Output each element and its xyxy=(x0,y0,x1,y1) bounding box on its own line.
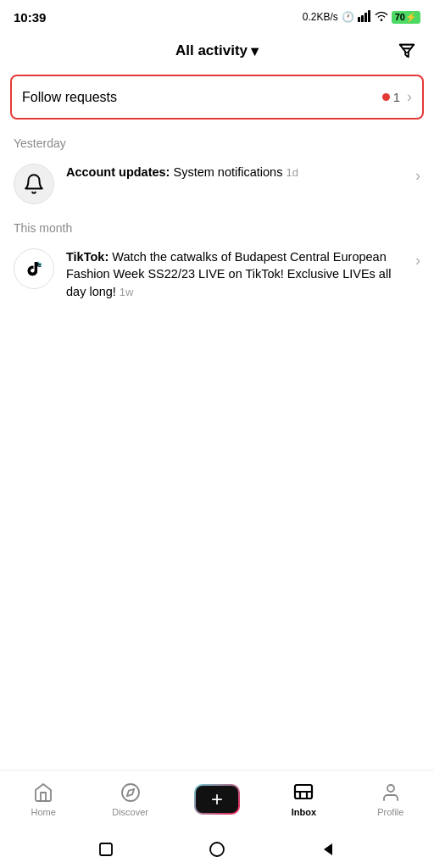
nav-item-discover[interactable]: Discover xyxy=(86,776,173,822)
svg-point-5 xyxy=(122,784,139,801)
filter-button[interactable] xyxy=(393,37,420,64)
notification-account-updates[interactable]: Account updates: System notifications1d … xyxy=(0,153,434,214)
home-icon xyxy=(32,782,54,804)
chevron-right-icon: › xyxy=(415,167,420,185)
chevron-right-icon: › xyxy=(407,88,412,106)
svg-marker-6 xyxy=(126,788,133,795)
notification-tiktok[interactable]: TikTok: Watch the catwalks of Budapest C… xyxy=(0,238,434,310)
chevron-right-icon: › xyxy=(415,252,420,270)
tiktok-bold: TikTok: xyxy=(66,250,108,264)
bottom-nav: Home Discover + Inbox xyxy=(0,770,434,831)
nav-item-home[interactable]: Home xyxy=(0,776,86,822)
svg-marker-4 xyxy=(400,45,415,58)
follow-requests-right: 1 › xyxy=(382,88,412,106)
svg-marker-14 xyxy=(324,843,332,855)
svg-rect-12 xyxy=(100,843,112,855)
notification-badge: 1 xyxy=(382,90,400,104)
svg-point-11 xyxy=(387,785,394,792)
status-time: 10:39 xyxy=(14,10,46,25)
nav-item-create[interactable]: + xyxy=(174,779,260,820)
section-this-month: This month xyxy=(0,214,434,238)
nav-label-profile: Profile xyxy=(377,807,403,817)
create-plus-button[interactable]: + xyxy=(194,784,240,815)
clock-icon: 🕐 xyxy=(342,11,354,23)
status-icons: 0.2KB/s 🕐 xyxy=(303,10,420,25)
battery-indicator: 70 ⚡ xyxy=(392,11,420,24)
plus-icon: + xyxy=(211,789,223,810)
recent-apps-button[interactable] xyxy=(94,837,118,861)
nav-label-inbox: Inbox xyxy=(292,807,316,817)
account-updates-time: 1d xyxy=(286,166,298,179)
nav-item-inbox[interactable]: Inbox xyxy=(260,776,347,822)
account-updates-content: Account updates: System notifications1d xyxy=(66,164,403,181)
svg-rect-1 xyxy=(361,15,364,22)
tiktok-notification-content: TikTok: Watch the catwalks of Budapest C… xyxy=(66,248,403,300)
svg-rect-0 xyxy=(358,17,360,22)
tiktok-avatar xyxy=(14,248,54,289)
bell-avatar xyxy=(14,164,54,204)
person-icon xyxy=(380,782,402,804)
follow-requests-banner[interactable]: Follow requests 1 › xyxy=(10,75,424,120)
wifi-icon xyxy=(375,10,388,25)
header-title[interactable]: All activity ▾ xyxy=(175,42,259,60)
inbox-icon xyxy=(292,782,314,804)
svg-rect-3 xyxy=(368,10,370,22)
back-button[interactable] xyxy=(316,837,340,861)
nav-label-home: Home xyxy=(31,807,56,817)
header: All activity ▾ xyxy=(0,31,434,71)
section-yesterday: Yesterday xyxy=(0,130,434,153)
status-bar: 10:39 0.2KB/s 🕐 xyxy=(0,0,434,31)
red-dot-icon xyxy=(382,93,390,101)
compass-icon xyxy=(120,782,142,804)
signal-icon xyxy=(358,10,371,25)
tiktok-notification-text: TikTok: Watch the catwalks of Budapest C… xyxy=(66,250,391,298)
svg-rect-2 xyxy=(364,13,367,22)
dropdown-chevron-icon: ▾ xyxy=(251,42,259,60)
system-navigation-bar xyxy=(0,831,434,868)
home-button[interactable] xyxy=(205,837,229,861)
account-updates-text: Account updates: System notifications1d xyxy=(66,165,298,179)
svg-point-13 xyxy=(210,843,224,856)
account-updates-bold: Account updates: xyxy=(66,165,170,179)
follow-requests-count: 1 xyxy=(393,90,400,104)
nav-item-profile[interactable]: Profile xyxy=(348,776,434,822)
tiktok-time: 1w xyxy=(120,286,134,298)
speed-indicator: 0.2KB/s xyxy=(303,11,338,23)
follow-requests-label: Follow requests xyxy=(22,90,117,105)
nav-label-discover: Discover xyxy=(112,807,148,817)
